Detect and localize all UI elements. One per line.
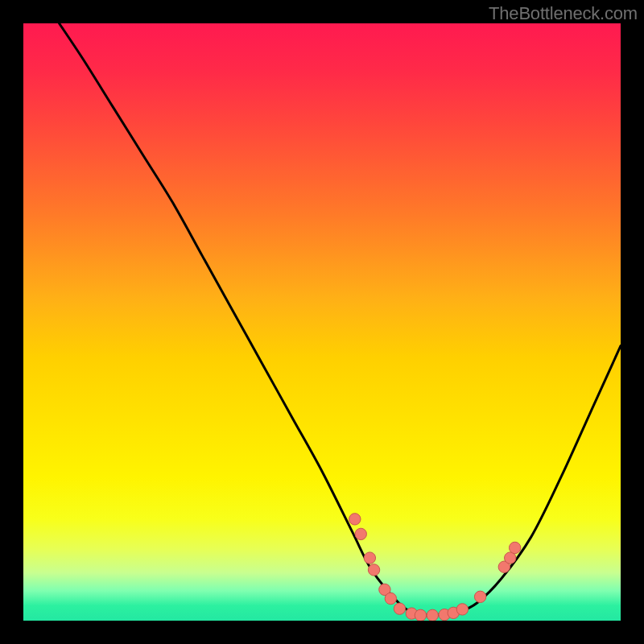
data-point [394,603,405,614]
data-point [349,514,361,525]
data-point [427,609,438,621]
data-point [368,564,379,576]
chart-frame: TheBottleneck.com [0,0,644,644]
curve-layer [23,23,621,621]
data-point [385,592,396,604]
plot-area [23,23,621,621]
data-point [474,591,485,602]
data-point [355,528,366,539]
watermark-text: TheBottleneck.com [489,3,638,24]
data-point [456,604,468,615]
data-point [509,542,520,553]
data-point [364,552,375,564]
data-point [415,609,426,621]
bottleneck-curve [60,23,621,615]
